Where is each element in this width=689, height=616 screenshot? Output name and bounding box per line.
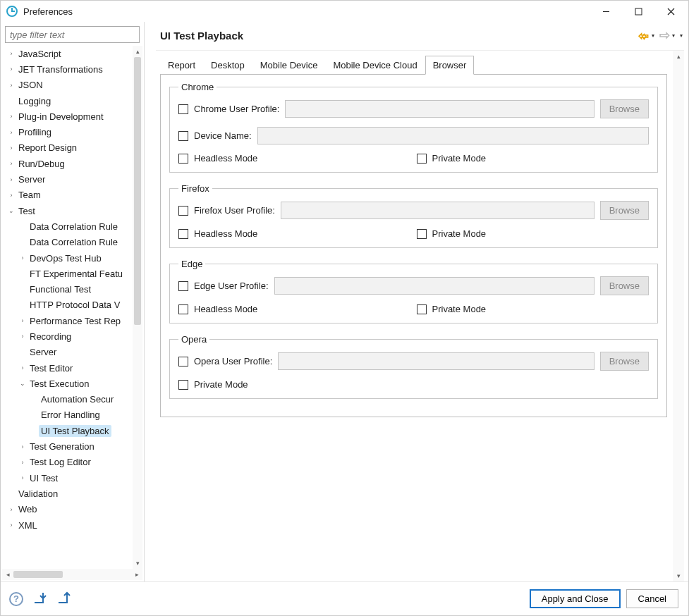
firefox-headless-checkbox[interactable] <box>178 229 188 239</box>
tab-mobile-device[interactable]: Mobile Device <box>252 56 326 75</box>
tree-item[interactable]: ›FT Experimental Featu <box>2 266 133 281</box>
import-preferences-icon[interactable] <box>33 591 47 606</box>
minimize-button[interactable] <box>590 1 622 22</box>
tree-item[interactable]: ›Logging <box>2 93 133 109</box>
tree-item[interactable]: ›Functional Test <box>2 281 133 297</box>
chevron-right-icon[interactable]: › <box>6 143 16 153</box>
sidebar-horizontal-scrollbar[interactable]: ◂ ▸ <box>2 569 142 580</box>
tree-item[interactable]: ⌄Test <box>2 203 133 218</box>
nav-back-arrow-icon[interactable]: ⇦ <box>638 28 649 44</box>
chevron-right-icon[interactable]: › <box>6 190 16 200</box>
firefox-private-checkbox[interactable] <box>417 229 427 239</box>
scroll-right-icon[interactable]: ▸ <box>131 569 142 580</box>
preference-tree[interactable]: ›JavaScript›JET Transformations›JSON›Log… <box>2 46 133 569</box>
scroll-up-icon[interactable]: ▴ <box>133 46 142 57</box>
scroll-left-icon[interactable]: ◂ <box>2 569 13 580</box>
tree-item[interactable]: ›DevOps Test Hub <box>2 250 133 266</box>
opera-private-checkbox[interactable] <box>178 380 188 390</box>
chrome-profile-checkbox[interactable] <box>178 104 188 114</box>
help-icon[interactable]: ? <box>9 592 23 606</box>
chevron-right-icon[interactable]: › <box>6 175 16 185</box>
chevron-right-icon[interactable]: › <box>18 442 28 452</box>
apply-and-close-button[interactable]: Apply and Close <box>530 589 621 608</box>
scroll-down-icon[interactable]: ▾ <box>133 558 142 569</box>
tree-item[interactable]: ›Validation <box>2 486 133 501</box>
opera-profile-checkbox[interactable] <box>178 357 188 366</box>
tree-item[interactable]: ›Run/Debug <box>2 156 133 171</box>
tree-item[interactable]: ›JavaScript <box>2 46 133 61</box>
chevron-right-icon[interactable]: › <box>18 331 28 341</box>
chevron-right-icon[interactable]: › <box>6 128 16 137</box>
tree-item[interactable]: ›Data Correlation Rule <box>2 218 133 234</box>
edge-profile-browse-button[interactable]: Browse <box>600 276 649 295</box>
chrome-device-field[interactable] <box>257 127 649 144</box>
chevron-right-icon[interactable]: › <box>6 64 16 74</box>
chevron-right-icon[interactable]: › <box>6 49 16 58</box>
firefox-profile-checkbox[interactable] <box>178 206 188 216</box>
tree-item[interactable]: ›Data Correlation Rule <box>2 235 133 250</box>
tree-item[interactable]: ⌄Test Execution <box>2 376 133 391</box>
edge-private-checkbox[interactable] <box>417 304 427 314</box>
tree-item[interactable]: ›Server <box>2 171 133 187</box>
chrome-profile-browse-button[interactable]: Browse <box>600 99 649 118</box>
chevron-right-icon[interactable]: › <box>18 473 28 483</box>
edge-headless-checkbox[interactable] <box>178 304 188 314</box>
chrome-headless-checkbox[interactable] <box>178 154 188 164</box>
cancel-button[interactable]: Cancel <box>626 589 678 608</box>
page-menu-icon[interactable]: ▾ <box>680 32 683 39</box>
nav-forward-menu-icon[interactable]: ▾ <box>672 32 675 39</box>
chevron-right-icon[interactable]: › <box>6 159 16 168</box>
chevron-right-icon[interactable]: › <box>6 111 16 121</box>
tree-item[interactable]: ›Plug-in Development <box>2 109 133 124</box>
tree-item[interactable]: ›Profiling <box>2 124 133 140</box>
chevron-down-icon[interactable]: ⌄ <box>6 206 16 216</box>
chevron-right-icon[interactable]: › <box>6 505 16 515</box>
content-vertical-scrollbar[interactable]: ▴ ▾ <box>673 51 684 581</box>
chrome-device-checkbox[interactable] <box>178 131 188 141</box>
tab-browser[interactable]: Browser <box>425 56 475 75</box>
chevron-right-icon[interactable]: › <box>18 457 28 467</box>
tab-desktop[interactable]: Desktop <box>203 56 252 75</box>
chevron-right-icon[interactable]: › <box>18 253 28 263</box>
tree-item[interactable]: ›Test Generation <box>2 438 133 454</box>
edge-profile-field[interactable] <box>274 277 595 295</box>
chrome-private-checkbox[interactable] <box>417 154 427 164</box>
tree-item[interactable]: ›UI Test <box>2 470 133 486</box>
tree-item[interactable]: ›UI Test Playback <box>2 423 133 438</box>
chevron-right-icon[interactable]: › <box>18 363 28 373</box>
opera-profile-browse-button[interactable]: Browse <box>600 352 649 371</box>
tree-item[interactable]: ›Automation Secur <box>2 392 133 407</box>
firefox-profile-field[interactable] <box>281 202 595 219</box>
tab-mobile-device-cloud[interactable]: Mobile Device Cloud <box>325 56 425 75</box>
maximize-button[interactable] <box>622 1 654 22</box>
tree-item[interactable]: ›Error Handling <box>2 407 133 423</box>
tree-item[interactable]: ›Test Editor <box>2 360 133 376</box>
content-scroll-down-icon[interactable]: ▾ <box>673 570 684 581</box>
export-preferences-icon[interactable] <box>57 591 71 606</box>
tab-report[interactable]: Report <box>160 56 203 75</box>
tree-item[interactable]: ›JET Transformations <box>2 61 133 77</box>
edge-profile-checkbox[interactable] <box>178 281 188 291</box>
chevron-down-icon[interactable]: ⌄ <box>18 378 28 388</box>
tree-item[interactable]: ›Web <box>2 502 133 517</box>
sidebar-vertical-scrollbar[interactable]: ▴ ▾ <box>133 46 142 569</box>
chrome-profile-field[interactable] <box>285 100 594 118</box>
tree-item[interactable]: ›HTTP Protocol Data V <box>2 297 133 313</box>
content-scroll-up-icon[interactable]: ▴ <box>673 51 684 62</box>
tree-item[interactable]: ›Team <box>2 187 133 203</box>
tree-item[interactable]: ›Server <box>2 345 133 360</box>
tree-item[interactable]: ›Test Log Editor <box>2 455 133 470</box>
nav-back-menu-icon[interactable]: ▾ <box>652 32 654 39</box>
chevron-right-icon[interactable]: › <box>6 80 16 90</box>
firefox-profile-browse-button[interactable]: Browse <box>600 201 649 220</box>
tree-item[interactable]: ›XML <box>2 517 133 533</box>
tree-item[interactable]: ›Performance Test Rep <box>2 313 133 328</box>
tree-item[interactable]: ›JSON <box>2 78 133 93</box>
chevron-right-icon[interactable]: › <box>18 316 28 326</box>
opera-profile-field[interactable] <box>278 352 594 370</box>
filter-input[interactable] <box>5 26 140 43</box>
tree-item[interactable]: ›Recording <box>2 328 133 344</box>
tree-item[interactable]: ›Report Design <box>2 140 133 156</box>
chevron-right-icon[interactable]: › <box>6 520 16 530</box>
close-button[interactable] <box>654 1 687 22</box>
